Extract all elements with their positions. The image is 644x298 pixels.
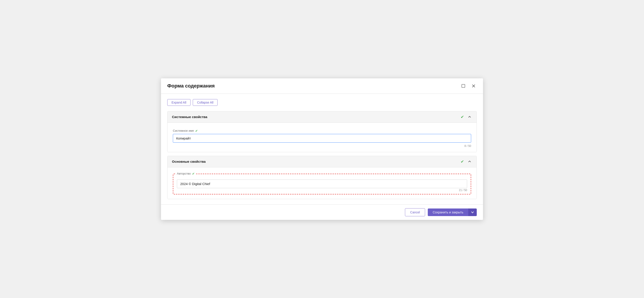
section-basic-props-valid-icon: ✔	[461, 159, 464, 164]
section-basic-props-collapse-button[interactable]	[467, 159, 472, 164]
content-form-dialog: Форма содержания Expand All Collapse All	[161, 78, 483, 220]
authorship-counter: 21 / 50	[177, 189, 467, 192]
section-system-props-valid-icon: ✔	[461, 115, 464, 119]
save-dropdown-button[interactable]	[468, 208, 477, 216]
system-name-counter: 8 / 50	[173, 145, 471, 148]
close-button[interactable]	[470, 83, 477, 89]
system-name-input[interactable]	[173, 134, 471, 143]
field-group-system-name: Системное имя ✔ 8 / 50	[173, 129, 471, 148]
section-basic-props-header: Основные свойства ✔	[168, 156, 476, 167]
field-authorship-label: Авторство ✔	[176, 172, 196, 175]
authorship-input[interactable]	[177, 179, 467, 188]
section-system-props-body: Системное имя ✔ 8 / 50	[168, 123, 476, 152]
maximize-button[interactable]	[460, 83, 466, 89]
section-system-props-header: Системные свойства ✔	[168, 111, 476, 123]
cancel-button[interactable]: Cancel	[405, 208, 425, 216]
toolbar: Expand All Collapse All	[167, 99, 477, 106]
section-system-props-header-right: ✔	[461, 115, 472, 119]
field-system-name-label: Системное имя ✔	[173, 129, 471, 133]
field-system-name-valid-icon: ✔	[195, 129, 198, 133]
section-system-props-title: Системные свойства	[172, 115, 207, 119]
svg-rect-0	[462, 84, 465, 88]
dialog-body: Expand All Collapse All Системные свойст…	[161, 94, 483, 204]
section-system-props-collapse-button[interactable]	[467, 115, 472, 119]
section-basic-props-body: Авторство ✔ 21 / 50	[168, 167, 476, 199]
dialog-header: Форма содержания	[161, 78, 483, 94]
header-icons	[460, 83, 477, 89]
field-authorship-valid-icon: ✔	[192, 172, 195, 175]
collapse-all-button[interactable]: Collapse All	[193, 99, 218, 106]
expand-all-button[interactable]: Expand All	[167, 99, 190, 106]
save-button-wrapper: Сохранить и закрыть	[428, 208, 477, 216]
section-basic-props-header-right: ✔	[461, 159, 472, 164]
save-button[interactable]: Сохранить и закрыть	[428, 208, 468, 216]
section-basic-props-title: Основные свойства	[172, 159, 206, 163]
section-system-props: Системные свойства ✔ Системное имя ✔	[167, 111, 477, 152]
section-basic-props: Основные свойства ✔ Авторство ✔	[167, 156, 477, 199]
dialog-footer: Cancel Сохранить и закрыть	[161, 204, 483, 220]
dialog-title: Форма содержания	[167, 83, 215, 89]
field-group-authorship: Авторство ✔ 21 / 50	[173, 174, 471, 194]
